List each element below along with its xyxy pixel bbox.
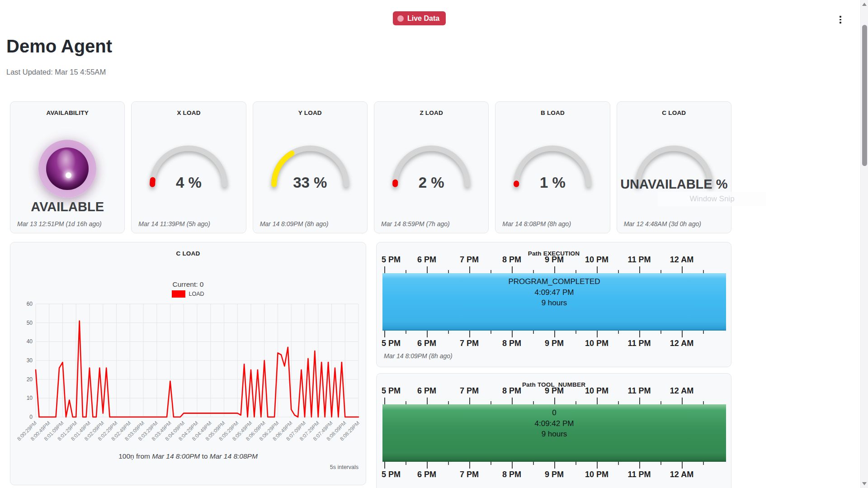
minor-tick	[660, 401, 661, 404]
hour-label: 6 PM	[417, 339, 436, 348]
hour-label: 10 PM	[585, 386, 609, 396]
major-tick	[597, 462, 598, 469]
hour-labels: 5 PM6 PM7 PM8 PM9 PM10 PM11 PM12 AM	[382, 255, 726, 265]
hour-label: 9 PM	[545, 339, 564, 348]
hour-label: 6 PM	[417, 386, 436, 396]
svg-text:10: 10	[27, 395, 33, 401]
gauge-value: 1 %	[495, 174, 609, 191]
hour-labels: 5 PM6 PM7 PM8 PM9 PM10 PM11 PM12 AM	[382, 470, 726, 480]
minor-tick	[618, 462, 619, 465]
major-tick	[597, 331, 598, 337]
minor-tick	[703, 462, 704, 465]
gauge-card-b-load: B LOAD 1 % Mar 14 8:08PM (8h ago)	[495, 101, 610, 233]
scrollbar[interactable]	[860, 0, 868, 488]
gauge-card-x-load: X LOAD 4 % Mar 14 11:39PM (5h ago)	[131, 101, 246, 233]
scroll-down-arrow-icon[interactable]	[862, 482, 867, 485]
hour-label: 12 AM	[670, 255, 693, 265]
live-data-badge: Live Data	[393, 11, 446, 25]
orb-highlight	[57, 150, 75, 173]
major-tick	[597, 266, 598, 273]
major-tick	[639, 398, 640, 404]
hour-label: 8 PM	[502, 386, 521, 396]
page-title: Demo Agent	[6, 36, 112, 57]
minor-tick	[448, 401, 449, 404]
major-tick	[639, 462, 640, 469]
hour-label: 9 PM	[545, 386, 564, 396]
gauge-timestamp: Mar 14 8:09PM (8h ago)	[260, 220, 329, 227]
axis-ticks	[382, 462, 726, 469]
hour-label: 11 PM	[627, 255, 651, 265]
hour-label: 10 PM	[585, 339, 609, 348]
timeline-bar-tool-number[interactable]: 0 4:09:42 PM 9 hours	[382, 404, 726, 462]
gauge-title: Y LOAD	[253, 109, 367, 116]
hour-label: 5 PM	[382, 386, 401, 396]
svg-text:30: 30	[27, 357, 33, 364]
gauge-title: C LOAD	[617, 109, 731, 116]
minor-tick	[703, 401, 704, 404]
bar-status-text: PROGRAM_COMPLETED	[382, 276, 726, 287]
bar-time-text: 4:09:42 PM	[382, 418, 726, 429]
minor-tick	[406, 401, 406, 404]
gauge-timestamp: Mar 14 8:08PM (8h ago)	[502, 220, 571, 227]
minor-tick	[618, 331, 619, 334]
gauge-card-y-load: Y LOAD 33 % Mar 14 8:09PM (8h ago)	[253, 101, 368, 233]
legend-label: LOAD	[189, 291, 204, 297]
major-tick	[682, 331, 683, 337]
orb-glow-dot	[66, 172, 71, 178]
major-tick	[639, 266, 640, 273]
hour-label: 12 AM	[670, 386, 693, 396]
c-load-chart-card: C LOAD Current: 0 LOAD 01020304050608:00…	[10, 242, 366, 485]
svg-text:0: 0	[29, 414, 33, 420]
major-tick	[427, 462, 428, 469]
interval-note: 5s intervals	[330, 464, 359, 470]
hour-label: 7 PM	[460, 470, 479, 479]
major-tick	[469, 462, 470, 469]
axis-ticks	[382, 331, 726, 338]
major-tick	[469, 266, 470, 273]
major-tick	[512, 331, 513, 337]
path-execution-card: Path EXECUTION 5 PM6 PM7 PM8 PM9 PM10 PM…	[376, 242, 731, 367]
scrollbar-thumb[interactable]	[862, 25, 867, 166]
last-updated-text: Last Updated: Mar 15 4:55AM	[6, 68, 106, 76]
major-tick	[512, 266, 513, 273]
minor-tick	[533, 462, 534, 465]
minor-tick	[533, 331, 534, 334]
timeline-axis-top: 5 PM6 PM7 PM8 PM9 PM10 PM11 PM12 AM	[382, 255, 726, 273]
svg-text:20: 20	[27, 376, 33, 383]
gauge-timestamp: Mar 14 8:59PM (7h ago)	[381, 220, 450, 227]
minor-tick	[660, 270, 661, 273]
kebab-menu-icon[interactable]	[837, 14, 844, 25]
major-tick	[427, 331, 428, 337]
timeline-bar-execution[interactable]: PROGRAM_COMPLETED 4:09:47 PM 9 hours	[382, 273, 726, 331]
chart-title: C LOAD	[10, 250, 366, 257]
bar-time-text: 4:09:47 PM	[382, 287, 726, 298]
gauge-title: X LOAD	[132, 109, 245, 116]
gauge-row: AVAILABILITY AVAILABLE Mar 13 12:51PM (1…	[10, 101, 731, 233]
minor-tick	[491, 270, 491, 273]
availability-orb-icon	[38, 140, 96, 198]
minor-tick	[618, 401, 619, 404]
hour-label: 12 AM	[670, 470, 693, 479]
major-tick	[682, 462, 683, 469]
major-tick	[469, 398, 470, 404]
gauge-value: 33 %	[253, 174, 367, 191]
svg-text:50: 50	[27, 320, 33, 326]
hour-label: 6 PM	[417, 470, 436, 479]
live-status-dot-icon	[397, 15, 404, 22]
timeline-axis-bottom: 5 PM6 PM7 PM8 PM9 PM10 PM11 PM12 AM	[382, 331, 726, 351]
major-tick	[554, 266, 555, 273]
minor-tick	[533, 270, 534, 273]
hour-label: 8 PM	[502, 470, 521, 479]
kebab-dot	[840, 22, 841, 24]
minor-tick	[660, 462, 661, 465]
minor-tick	[491, 401, 491, 404]
hour-label: 7 PM	[460, 339, 479, 348]
gauge-timestamp: Mar 13 12:51PM (1d 16h ago)	[17, 220, 102, 227]
major-tick	[554, 462, 555, 469]
axis-ticks	[382, 396, 726, 404]
range-prefix: 100ņ from	[118, 452, 150, 460]
major-tick	[512, 462, 513, 469]
gauge-card-c-load: C LOAD UNAVAILABLE % Mar 12 4:48AM (3d 0…	[617, 101, 731, 233]
live-data-label: Live Data	[407, 14, 439, 23]
scroll-up-arrow-icon[interactable]	[862, 3, 867, 6]
